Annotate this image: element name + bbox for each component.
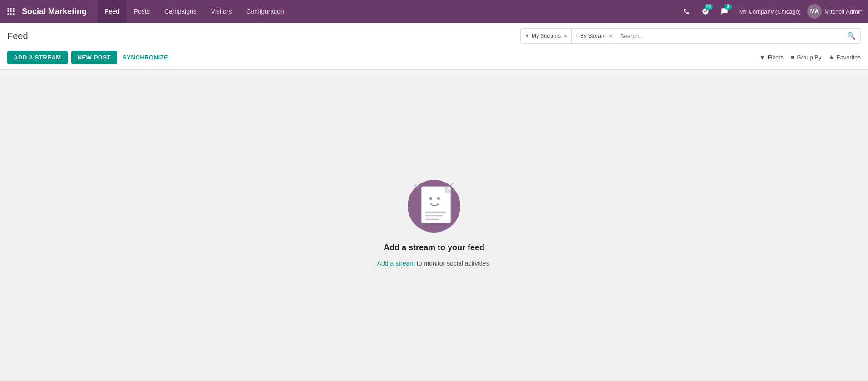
nav-item-posts[interactable]: Posts [127, 0, 157, 23]
filters-icon: ▼ [760, 54, 765, 61]
filters-button[interactable]: ▼ Filters [760, 54, 784, 61]
top-navigation: Social Marketing Feed Posts Campaigns Vi… [0, 0, 868, 23]
group-by-icon: ≡ [791, 54, 794, 61]
nav-right: 29 3 My Company (Chicago) MA Mitchell Ad… [678, 3, 868, 20]
toolbar-right: ▼ Filters ≡ Group By ★ Favorites [760, 54, 861, 61]
favorites-label: Favorites [837, 54, 861, 61]
empty-illustration [398, 163, 470, 236]
filter-tag-by-stream: ≡ By Stream ✕ [572, 29, 616, 43]
subheader: Feed ▼ My Streams ✕ ≡ By Stream ✕ 🔍 ADD … [0, 23, 868, 70]
svg-point-12 [429, 197, 432, 200]
main-content: Add a stream to your feed Add a stream t… [0, 70, 868, 381]
synchronize-button[interactable]: SYNCHRONIZE [121, 51, 170, 64]
add-stream-link[interactable]: Add a stream [377, 260, 415, 267]
svg-rect-8 [13, 13, 14, 15]
grid-menu-icon[interactable] [4, 4, 18, 19]
nav-item-feed[interactable]: Feed [98, 0, 127, 23]
favorites-button[interactable]: ★ Favorites [829, 54, 861, 61]
svg-rect-0 [8, 8, 9, 10]
empty-state-title: Add a stream to your feed [384, 243, 484, 252]
svg-rect-6 [8, 13, 9, 15]
svg-rect-5 [13, 10, 14, 12]
subheader-bottom: ADD A STREAM NEW POST SYNCHRONIZE ▼ Filt… [7, 47, 861, 69]
company-selector[interactable]: My Company (Chicago) [735, 8, 805, 15]
page-title: Feed [7, 31, 28, 41]
nav-menu: Feed Posts Campaigns Visitors Configurat… [98, 0, 291, 23]
nav-item-configuration[interactable]: Configuration [239, 0, 291, 23]
user-name[interactable]: Mitchell Admin [824, 8, 863, 15]
message-badge: 3 [725, 4, 732, 10]
filter-tag-my-streams: ▼ My Streams ✕ [521, 29, 572, 43]
phone-icon-btn[interactable] [678, 3, 695, 20]
filter-icon: ▼ [524, 33, 530, 39]
filter-my-streams-label: My Streams [532, 33, 561, 39]
nav-item-visitors[interactable]: Visitors [204, 0, 239, 23]
empty-state-description: Add a stream to monitor social activitie… [377, 260, 491, 267]
svg-line-19 [450, 183, 453, 186]
app-name: Social Marketing [22, 7, 87, 16]
activity-badge: 29 [705, 4, 713, 10]
user-avatar[interactable]: MA [807, 4, 822, 19]
svg-point-13 [437, 197, 440, 200]
filter-my-streams-close[interactable]: ✕ [563, 33, 567, 39]
add-stream-button[interactable]: ADD A STREAM [7, 51, 68, 64]
svg-rect-2 [13, 8, 14, 10]
search-input[interactable] [616, 33, 843, 40]
svg-rect-3 [8, 10, 9, 12]
filters-label: Filters [768, 54, 784, 61]
svg-rect-7 [10, 13, 11, 15]
nav-item-campaigns[interactable]: Campaigns [157, 0, 204, 23]
activity-icon-btn[interactable]: 29 [697, 3, 714, 20]
subheader-top: Feed ▼ My Streams ✕ ≡ By Stream ✕ 🔍 [7, 23, 861, 47]
svg-rect-4 [10, 10, 11, 12]
search-bar: ▼ My Streams ✕ ≡ By Stream ✕ 🔍 [520, 28, 861, 44]
empty-state-suffix: to monitor social activities. [415, 260, 491, 267]
group-by-label: Group By [797, 54, 822, 61]
group-icon: ≡ [575, 33, 578, 39]
svg-line-18 [415, 185, 417, 186]
svg-rect-1 [10, 8, 11, 10]
search-icon[interactable]: 🔍 [843, 32, 860, 40]
filter-by-stream-label: By Stream [580, 33, 606, 39]
group-by-button[interactable]: ≡ Group By [791, 54, 822, 61]
favorites-icon: ★ [829, 54, 834, 61]
filter-by-stream-close[interactable]: ✕ [608, 33, 612, 39]
new-post-button[interactable]: NEW POST [71, 51, 117, 64]
message-icon-btn[interactable]: 3 [716, 3, 733, 20]
avatar-initials: MA [810, 8, 819, 15]
empty-state: Add a stream to your feed Add a stream t… [359, 145, 509, 285]
